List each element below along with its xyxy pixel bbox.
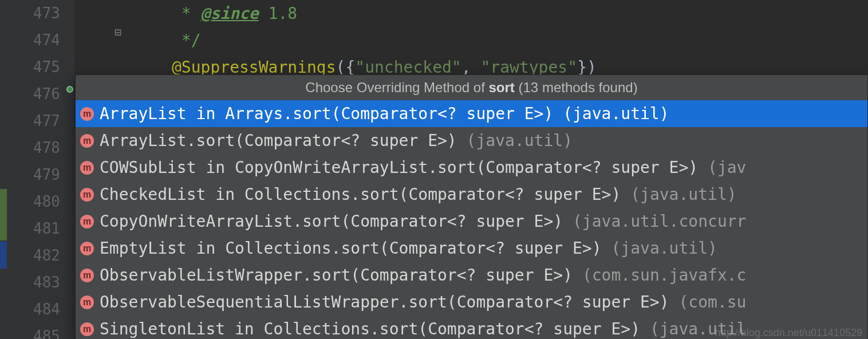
editor-root: 473 474 475 476 477 478 479 480 481 482 … [0,0,868,339]
popup-item-text: ArrayList in Arrays.sort(Comparator<? su… [100,104,563,123]
comment-text: 1.8 [259,4,297,23]
method-icon: m [80,215,94,228]
code-line[interactable]: */ [74,27,868,54]
line-number-gutter: 473 474 475 476 477 478 479 480 481 482 … [0,0,74,339]
popup-item[interactable]: m ArrayList.sort(Comparator<? super E>) … [76,127,867,154]
popup-item-package: (jav [708,158,746,177]
method-icon-letter: m [83,190,91,200]
popup-item-text: ObservableListWrapper.sort(Comparator<? … [100,266,582,285]
line-number: 475 [0,54,74,81]
line-number: 484 [0,296,74,323]
line-number: 483 [0,269,74,296]
popup-title-prefix: Choose Overriding Method of [305,80,488,95]
popup-item-text: EmptyList in Collections.sort(Comparator… [100,239,611,258]
popup-item-text: COWSubList in CopyOnWriteArrayList.sort(… [100,158,708,177]
popup-item-package: (com.sun.javafx.c [582,266,747,285]
line-number: 474 [0,27,74,54]
popup-item-text: CheckedList in Collections.sort(Comparat… [100,185,630,204]
method-icon-letter: m [83,243,91,254]
method-icon: m [80,188,94,202]
popup-item-text: CopyOnWriteArrayList.sort(Comparator<? s… [100,212,573,231]
popup-item-package: (java.util) [630,185,736,204]
method-icon-letter: m [83,136,91,146]
popup-item[interactable]: m ObservableSequentialListWrapper.sort(C… [76,289,867,316]
method-icon-letter: m [83,270,91,281]
popup-item-package: (java.util) [563,104,669,123]
method-icon-letter: m [83,297,91,308]
override-gutter-icon[interactable] [66,86,73,93]
popup-title: Choose Overriding Method of sort (13 met… [76,75,867,100]
popup-item-package: (java.util) [467,131,573,150]
popup-item-package: (com.su [678,293,746,312]
method-icon: m [80,269,94,282]
popup-title-suffix: (13 methods found) [515,80,638,95]
line-number: 485 [0,323,74,339]
method-icon: m [80,295,94,309]
line-number: 480 [0,188,74,215]
popup-item[interactable]: m SingletonList in Collections.sort(Comp… [76,316,867,339]
comment-text: * [172,4,201,23]
javadoc-tag: @since [201,4,259,23]
popup-item-text: ArrayList.sort(Comparator<? super E>) [100,131,467,150]
method-icon: m [80,242,94,255]
line-number: 473 [0,0,74,27]
popup-item-package: (java.util [650,320,747,338]
line-number: 479 [0,161,74,188]
line-number: 482 [0,242,74,269]
method-icon: m [80,134,94,148]
method-icon-letter: m [83,324,91,334]
line-number: 481 [0,215,74,242]
code-line[interactable]: * @since 1.8 [74,0,868,27]
comment-text: */ [172,31,201,50]
popup-item[interactable]: m CheckedList in Collections.sort(Compar… [76,181,867,208]
method-icon: m [80,107,94,121]
method-icon-letter: m [83,216,91,227]
popup-item[interactable]: m ArrayList in Arrays.sort(Comparator<? … [76,100,867,127]
popup-list: m ArrayList in Arrays.sort(Comparator<? … [76,100,867,339]
popup-item[interactable]: m COWSubList in CopyOnWriteArrayList.sor… [76,154,867,181]
choose-overriding-method-popup[interactable]: Choose Overriding Method of sort (13 met… [75,74,868,339]
method-icon-letter: m [83,163,91,173]
popup-item[interactable]: m EmptyList in Collections.sort(Comparat… [76,235,867,262]
method-icon: m [80,322,94,336]
method-icon: m [80,161,94,175]
line-number: 476 [0,81,74,108]
popup-item-package: (java.util.concurr [573,212,746,231]
popup-title-method: sort [489,80,515,95]
popup-item[interactable]: m CopyOnWriteArrayList.sort(Comparator<?… [76,208,867,235]
popup-item-package: (java.util) [611,239,717,258]
popup-item[interactable]: m ObservableListWrapper.sort(Comparator<… [76,262,867,289]
popup-item-text: SingletonList in Collections.sort(Compar… [100,320,650,338]
line-number: 478 [0,135,74,161]
popup-item-text: ObservableSequentialListWrapper.sort(Com… [100,293,678,312]
method-icon-letter: m [83,109,91,119]
line-number: 477 [0,108,74,135]
